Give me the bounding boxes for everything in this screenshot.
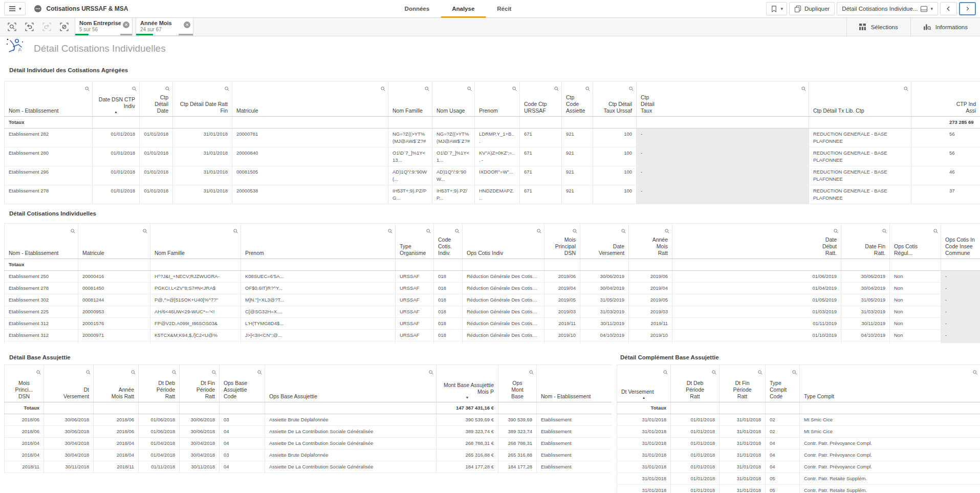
search-icon[interactable] — [85, 84, 90, 93]
cell[interactable]: 01/11/2018 — [139, 461, 180, 473]
cell[interactable]: J>]<3II<CN";@... — [241, 330, 396, 341]
search-icon[interactable] — [834, 226, 838, 235]
smart-search-button[interactable] — [3, 18, 20, 36]
cell[interactable]: 2018/04 — [5, 449, 44, 461]
search-icon[interactable] — [212, 368, 216, 377]
cell[interactable]: 56 — [911, 147, 980, 166]
cell[interactable]: Réduction Générale Des Cotisations Patr.… — [463, 294, 545, 306]
cell[interactable]: Etablissement 296 — [5, 341, 78, 344]
cell[interactable]: Etablissement — [537, 426, 612, 438]
cell[interactable]: - — [941, 271, 980, 283]
cell[interactable]: AD)1Q"/:9:'90W(... — [388, 166, 432, 185]
column-header[interactable]: Année Mois Ratt — [629, 224, 672, 259]
next-sheet-button[interactable] — [959, 2, 976, 15]
cell[interactable]: Contr. Patr. Retaite Supplém. — [800, 473, 980, 485]
cell[interactable]: 30/06/2018 — [44, 414, 94, 426]
cell[interactable]: 01/10/2019 — [672, 330, 841, 341]
cell[interactable]: 00081505 — [232, 166, 388, 185]
cell[interactable]: 31/01/2018 — [173, 166, 232, 185]
cell[interactable]: 268 788,31 — [498, 438, 537, 449]
sheet-navigation-button[interactable]: Détail Cotisations Individue... ▾ — [837, 2, 938, 15]
cell[interactable]: 30/04/2018 — [180, 438, 220, 449]
search-icon[interactable] — [512, 84, 517, 93]
cell[interactable]: 01/01/2018 — [93, 128, 140, 147]
search-icon[interactable] — [882, 226, 887, 235]
cell[interactable]: REDUCTION GENERALE - BASE PLAFONNEE — [809, 128, 911, 147]
cell[interactable]: 265 316,88 — [498, 449, 537, 461]
cell[interactable]: Assiette Brute Déplafonnée — [265, 414, 437, 426]
cell[interactable]: 01/05/2019 — [672, 341, 841, 344]
step-back-button[interactable] — [20, 18, 38, 36]
cell[interactable]: URSSAF — [396, 330, 434, 341]
remove-filter-icon[interactable]: ✕ — [184, 22, 190, 28]
search-icon[interactable] — [573, 226, 577, 235]
cell[interactable]: Mt Smic Cice — [800, 426, 980, 438]
cell[interactable]: 31/01/2018 — [617, 485, 671, 493]
cell[interactable]: 100 — [593, 147, 637, 166]
cell[interactable]: L'H(TYMG8D4$... — [241, 318, 396, 330]
search-icon[interactable] — [792, 368, 797, 377]
cell[interactable]: 2019/10 — [629, 330, 672, 341]
step-forward-button[interactable] — [38, 18, 55, 36]
cell[interactable]: AD)1Q"/:9:'90W(XI2I_M — [150, 341, 241, 344]
column-header[interactable]: Dt Deb Période Ratt — [139, 365, 180, 402]
cell[interactable]: 921 — [562, 166, 593, 185]
cell[interactable]: - — [941, 318, 980, 330]
cell[interactable]: 01/01/2018 — [140, 147, 173, 166]
cell[interactable]: 018 — [434, 306, 463, 318]
cell[interactable]: 2018/11 — [5, 461, 44, 473]
cell[interactable]: 018 — [434, 271, 463, 283]
column-header[interactable]: Ctp Code Assiette — [562, 81, 593, 117]
column-header[interactable]: Mois Princi... DSN — [5, 365, 44, 402]
cell[interactable]: 01/01/2018 — [671, 449, 720, 461]
search-icon[interactable] — [904, 84, 908, 93]
cell[interactable]: Non — [890, 330, 941, 341]
cell[interactable]: Etablissement 225 — [5, 306, 78, 318]
cell[interactable]: 265 316,88 € — [437, 449, 498, 461]
cell[interactable]: 04 — [220, 438, 265, 449]
cell[interactable]: Etablissement 312 — [5, 330, 78, 341]
search-icon[interactable] — [621, 226, 626, 235]
cell[interactable]: URSSAF — [396, 306, 434, 318]
cell[interactable]: REDUCTION GENERALE - BASE PLAFONNEE — [809, 166, 911, 185]
cell[interactable]: 2019/11 — [545, 318, 580, 330]
column-header[interactable]: Nom - Etablissement — [5, 81, 93, 117]
cell[interactable]: Etablissement — [537, 438, 612, 449]
cell[interactable]: 100 — [593, 128, 637, 147]
cell[interactable]: URSSAF — [396, 271, 434, 283]
cell[interactable]: 31/01/2018 — [720, 473, 766, 485]
cell[interactable]: FP@V2D.A099I_I86SOS03& — [150, 318, 241, 330]
cell[interactable]: 31/01/2018 — [617, 426, 671, 438]
cell[interactable]: 100 — [593, 166, 637, 185]
remove-filter-icon[interactable]: ✕ — [123, 22, 129, 28]
column-header[interactable]: Nom Famille — [388, 81, 432, 117]
cell[interactable]: 01/04/2018 — [139, 449, 180, 461]
search-icon[interactable] — [165, 84, 170, 93]
cell[interactable]: - — [637, 147, 809, 166]
cell[interactable]: 05 — [766, 485, 800, 493]
column-header[interactable]: Code Cotis. Indiv. — [434, 224, 463, 259]
cell[interactable]: 2019/06 — [545, 271, 580, 283]
column-header[interactable]: Date Fin Ratt. — [841, 224, 890, 259]
column-header[interactable]: Dt Deb Période Ratt — [671, 365, 720, 402]
column-header[interactable]: Nom - Etablissement — [537, 365, 612, 402]
cell[interactable]: Etablissement 312 — [5, 318, 78, 330]
column-header[interactable]: Ctp Détail Taux Urssaf — [593, 81, 637, 117]
cell[interactable]: 01/11/2019 — [672, 318, 841, 330]
column-header[interactable]: Matricule — [232, 81, 388, 117]
cell[interactable]: 04 — [220, 461, 265, 473]
cell[interactable]: 30/04/2018 — [44, 449, 94, 461]
column-header[interactable]: Nom Usage — [432, 81, 475, 117]
column-header[interactable]: Code Ctp URSSAF — [520, 81, 562, 117]
cell[interactable]: 30/04/2018 — [180, 449, 220, 461]
cell[interactable]: URSSAF — [396, 294, 434, 306]
cell[interactable]: 2018/06 — [5, 426, 44, 438]
cell[interactable]: 31/01/2018 — [617, 414, 671, 426]
search-icon[interactable] — [973, 368, 977, 377]
cell[interactable]: 268 788,31 € — [437, 438, 498, 449]
cell[interactable]: LDRMP,Y_1+B... — [475, 128, 520, 147]
cell[interactable]: 30/04/2019 — [841, 283, 890, 294]
cell[interactable]: Non — [890, 283, 941, 294]
column-header[interactable]: Dt Fin Période Ratt — [720, 365, 766, 402]
cell[interactable]: 01/04/2019 — [672, 283, 841, 294]
